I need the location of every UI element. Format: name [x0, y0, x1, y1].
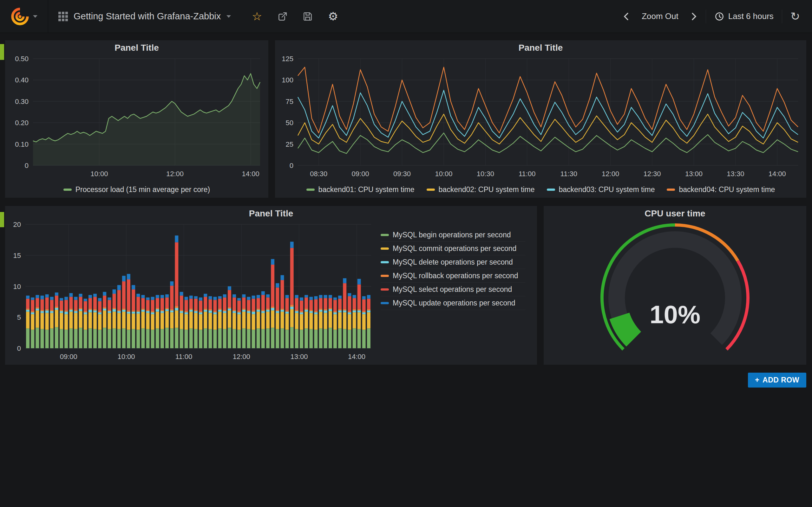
- svg-text:12:30: 12:30: [643, 170, 661, 178]
- legend-item[interactable]: backend01: CPU system time: [306, 185, 415, 194]
- legend-item[interactable]: MySQL select operations per second: [380, 283, 525, 296]
- time-back-button[interactable]: [619, 0, 633, 33]
- svg-text:0.20: 0.20: [15, 119, 29, 127]
- caret-down-icon: [33, 15, 38, 18]
- legend-item[interactable]: MySQL commit operations per second: [380, 242, 525, 256]
- star-icon: ☆: [252, 11, 262, 22]
- legend-item[interactable]: MySQL update operations per second: [380, 296, 525, 310]
- svg-text:50: 50: [286, 119, 293, 127]
- grafana-logo-icon: [11, 7, 29, 26]
- svg-text:14:00: 14:00: [242, 170, 259, 178]
- line-chart[interactable]: 025507510012508:3009:0009:3010:0010:3011…: [275, 55, 806, 181]
- legend-label: MySQL rollback operations per second: [393, 272, 518, 280]
- line-chart[interactable]: 00.100.200.300.400.5010:0012:0014:00: [5, 55, 268, 181]
- legend-item[interactable]: MySQL begin operations per second: [380, 228, 525, 242]
- legend-swatch-icon: [667, 188, 675, 191]
- legend-swatch-icon: [380, 275, 389, 277]
- svg-text:75: 75: [286, 98, 293, 106]
- svg-text:20: 20: [13, 221, 21, 228]
- legend-label: backend02: CPU system time: [439, 185, 535, 194]
- legend-item[interactable]: MySQL rollback operations per second: [380, 269, 525, 283]
- panel-title[interactable]: Panel Title: [5, 206, 537, 221]
- row-handle[interactable]: [0, 212, 4, 227]
- legend-label: MySQL update operations per second: [393, 299, 515, 307]
- caret-down-icon: [226, 15, 231, 18]
- panel-mysql-operations: Panel Title 0510152009:0010:0011:0012:00…: [5, 206, 537, 365]
- dashboard-settings-button[interactable]: ⚙: [320, 0, 346, 33]
- zoom-out-label: Zoom Out: [642, 11, 678, 21]
- svg-text:10:00: 10:00: [117, 353, 135, 360]
- svg-text:5: 5: [17, 314, 21, 321]
- legend-label: MySQL begin operations per second: [393, 231, 511, 239]
- svg-text:25: 25: [286, 140, 293, 148]
- svg-text:09:30: 09:30: [393, 170, 411, 178]
- svg-text:0.40: 0.40: [15, 76, 29, 84]
- svg-text:0: 0: [25, 162, 29, 170]
- legend-item[interactable]: MySQL delete operations per second: [380, 256, 525, 269]
- chevron-right-icon: [691, 11, 698, 21]
- legend-swatch-icon: [380, 302, 389, 304]
- legend-swatch-icon: [306, 188, 315, 191]
- svg-text:15: 15: [13, 251, 21, 260]
- save-dashboard-button[interactable]: [295, 0, 320, 33]
- svg-text:10:00: 10:00: [435, 170, 452, 178]
- svg-text:13:00: 13:00: [685, 170, 703, 178]
- legend-label: MySQL commit operations per second: [393, 244, 516, 253]
- share-dashboard-button[interactable]: [270, 0, 295, 33]
- panel-title[interactable]: Panel Title: [5, 40, 268, 55]
- time-forward-button[interactable]: [687, 0, 701, 33]
- legend-swatch-icon: [380, 247, 389, 250]
- legend-item[interactable]: Processor load (15 min average per core): [63, 185, 210, 194]
- legend-label: Processor load (15 min average per core): [75, 185, 210, 194]
- panel-processor-load: Panel Title 00.100.200.300.400.5010:0012…: [5, 40, 268, 198]
- panel-title[interactable]: CPU user time: [544, 206, 806, 221]
- divider: [782, 10, 782, 23]
- svg-text:0: 0: [290, 162, 293, 170]
- legend-label: MySQL select operations per second: [393, 285, 512, 294]
- refresh-icon: ↻: [791, 11, 800, 22]
- panel-cpu-user-time: CPU user time 10%: [544, 206, 806, 365]
- add-row-button[interactable]: + ADD ROW: [748, 373, 806, 388]
- legend-swatch-icon: [426, 188, 435, 191]
- gear-icon: ⚙: [328, 11, 338, 22]
- panel-title[interactable]: Panel Title: [275, 40, 806, 55]
- svg-text:10:30: 10:30: [477, 170, 494, 178]
- svg-text:125: 125: [282, 55, 293, 63]
- plus-icon: +: [755, 376, 759, 384]
- row-handle[interactable]: [0, 44, 4, 60]
- save-icon: [302, 11, 313, 22]
- time-range-picker[interactable]: Last 6 hours: [711, 0, 777, 33]
- chart-legend: MySQL begin operations per secondMySQL c…: [379, 221, 535, 365]
- gauge-chart[interactable]: 10%: [544, 221, 806, 366]
- legend-item[interactable]: backend02: CPU system time: [426, 185, 535, 194]
- clock-icon: [714, 11, 724, 21]
- star-dashboard-button[interactable]: ☆: [244, 0, 270, 33]
- svg-text:14:00: 14:00: [768, 170, 786, 178]
- chevron-left-icon: [623, 11, 629, 21]
- grafana-menu-button[interactable]: [0, 0, 48, 33]
- legend-label: backend04: CPU system time: [679, 185, 775, 194]
- svg-text:14:00: 14:00: [348, 353, 365, 360]
- time-controls: Zoom Out Last 6 hours ↻: [619, 0, 812, 33]
- legend-item[interactable]: backend04: CPU system time: [667, 185, 775, 194]
- svg-text:100: 100: [282, 76, 293, 84]
- legend-swatch-icon: [547, 188, 555, 191]
- svg-text:12:00: 12:00: [233, 353, 250, 360]
- svg-text:12:00: 12:00: [602, 170, 619, 178]
- svg-text:11:00: 11:00: [519, 170, 536, 178]
- divider: [706, 10, 706, 23]
- dashboard-title-button[interactable]: Getting Started with Grafana-Zabbix: [48, 0, 241, 33]
- svg-text:11:30: 11:30: [560, 170, 577, 178]
- legend-swatch-icon: [380, 234, 389, 236]
- svg-text:0: 0: [17, 344, 21, 352]
- svg-text:08:30: 08:30: [310, 170, 327, 178]
- svg-text:09:00: 09:00: [352, 170, 369, 178]
- svg-text:10:00: 10:00: [90, 170, 108, 178]
- svg-text:0.30: 0.30: [15, 98, 29, 106]
- legend-item[interactable]: backend03: CPU system time: [547, 185, 655, 194]
- refresh-button[interactable]: ↻: [786, 0, 804, 33]
- zoom-out-button[interactable]: Zoom Out: [638, 0, 682, 33]
- stacked-bar-chart[interactable]: 0510152009:0010:0011:0012:0013:0014:00: [5, 221, 379, 365]
- legend-swatch-icon: [63, 188, 72, 191]
- svg-text:10%: 10%: [650, 300, 700, 329]
